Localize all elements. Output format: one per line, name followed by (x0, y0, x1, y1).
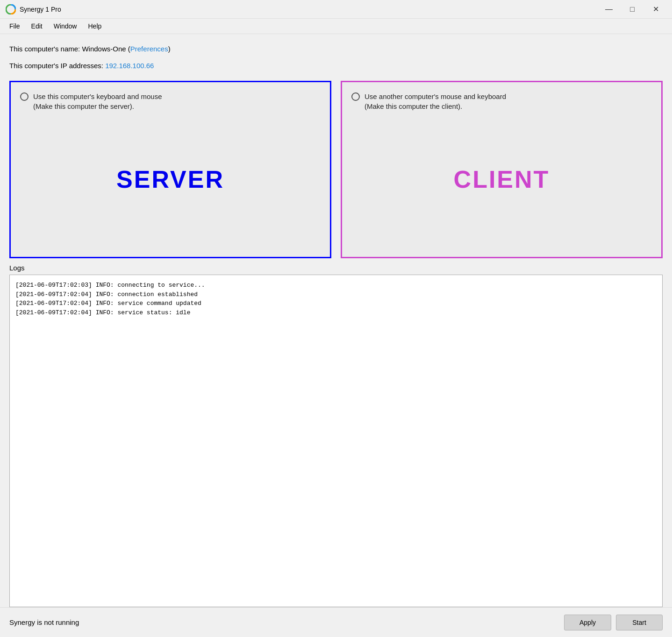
title-bar: Synergy 1 Pro — □ ✕ (0, 0, 672, 19)
menu-file[interactable]: File (4, 21, 26, 32)
server-mode-header: Use this computer's keyboard and mouse(M… (20, 92, 162, 111)
logs-section: Logs [2021-06-09T17:02:03] INFO: connect… (9, 264, 663, 607)
computer-ip-line: This computer's IP addresses: 192.168.10… (9, 60, 663, 71)
apply-button[interactable]: Apply (564, 615, 611, 630)
logs-label: Logs (9, 264, 663, 272)
start-button[interactable]: Start (616, 615, 663, 630)
logs-box[interactable]: [2021-06-09T17:02:03] INFO: connecting t… (9, 275, 663, 607)
mode-boxes: Use this computer's keyboard and mouse(M… (9, 81, 663, 258)
menu-help[interactable]: Help (82, 21, 107, 32)
ip-prefix: This computer's IP addresses: (9, 62, 105, 70)
client-mode-title: CLIENT (351, 111, 652, 248)
menu-edit[interactable]: Edit (26, 21, 48, 32)
server-mode-label: Use this computer's keyboard and mouse(M… (33, 92, 162, 111)
status-buttons: Apply Start (564, 615, 663, 630)
ip-address: 192.168.100.66 (105, 62, 154, 70)
app-logo (6, 4, 16, 14)
main-content: This computer's name: Windows-One (Prefe… (0, 34, 672, 607)
computer-name-suffix: ) (168, 45, 171, 53)
close-button[interactable]: ✕ (645, 2, 666, 16)
menu-window[interactable]: Window (48, 21, 83, 32)
title-bar-left: Synergy 1 Pro (6, 4, 61, 14)
client-radio-button[interactable] (351, 92, 360, 101)
server-radio-button[interactable] (20, 92, 29, 101)
window-title: Synergy 1 Pro (20, 6, 61, 13)
maximize-button[interactable]: □ (622, 2, 643, 16)
server-mode-box[interactable]: Use this computer's keyboard and mouse(M… (9, 81, 331, 258)
computer-name-prefix: This computer's name: Windows-One ( (9, 45, 130, 53)
status-bar: Synergy is not running Apply Start (0, 607, 672, 637)
status-text: Synergy is not running (9, 618, 79, 626)
minimize-button[interactable]: — (598, 2, 620, 16)
title-bar-controls: — □ ✕ (598, 2, 666, 16)
computer-name-line: This computer's name: Windows-One (Prefe… (9, 43, 663, 55)
client-mode-label: Use another computer's mouse and keyboar… (365, 92, 506, 111)
client-mode-header: Use another computer's mouse and keyboar… (351, 92, 506, 111)
server-mode-title: SERVER (20, 111, 321, 248)
menu-bar: File Edit Window Help (0, 19, 672, 34)
client-mode-box[interactable]: Use another computer's mouse and keyboar… (341, 81, 663, 258)
preferences-link[interactable]: Preferences (130, 45, 168, 53)
